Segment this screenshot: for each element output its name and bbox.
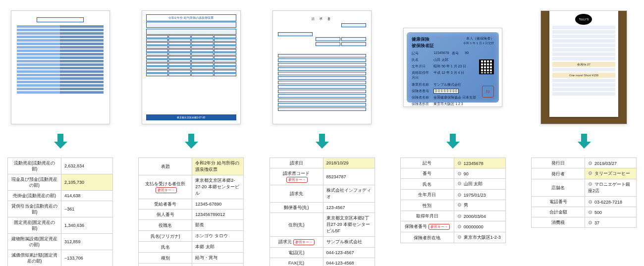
- receipt-output-table: 発行日⚙2019/03/27発行者⚙タリーズコーヒー店舗名⚙マロニエゲート銀座2…: [531, 158, 637, 228]
- row-value: ⚙500: [585, 207, 637, 217]
- table-row: 種別給与・賞与: [139, 253, 244, 264]
- card-name-label: 氏名: [412, 57, 430, 62]
- row-label: 住所(先): [269, 213, 323, 237]
- receipt-banner-2: One more! Short ¥150: [552, 73, 615, 78]
- row-value: ⚙90: [454, 168, 505, 179]
- table-row: 請求先株式会社インフォディオ: [269, 185, 375, 203]
- table-row: 取得年月日⚙2000/03/04: [400, 211, 505, 221]
- table-row: 個人番号123456789012: [139, 210, 244, 220]
- table-row: 減価償却累計額(固定資産の部)−133,706: [8, 250, 113, 266]
- row-label: 記号: [400, 158, 454, 168]
- row-value: 123-4567: [323, 203, 375, 213]
- arrow-icon: [575, 132, 593, 151]
- row-label: 支払金額: [139, 264, 192, 266]
- gear-icon[interactable]: ⚙: [457, 192, 462, 198]
- row-value: 部長: [192, 220, 244, 231]
- table-row: 発行日⚙2019/03/27: [532, 158, 637, 168]
- balance-sheet-thumbnail: [11, 10, 110, 124]
- table-row: 番号⚙90: [400, 168, 505, 179]
- row-value: 東京都文京区本郷2-27-20 本郷センタービル: [192, 175, 244, 199]
- receipt-thumbnail: TULLY'S 会員№.27 One more! Short ¥150: [540, 10, 627, 124]
- row-label: 建物附属設備(固定資産の部): [8, 234, 61, 250]
- card-dob-label: 生年月日: [412, 64, 430, 69]
- row-value: 2,105,730: [61, 174, 113, 191]
- table-row: 電話(元)044-123-4567: [269, 248, 375, 258]
- invoice-thumb-title: 請 求 書: [278, 15, 366, 22]
- gear-icon[interactable]: ⚙: [457, 181, 462, 186]
- row-value: ⚙マロニエゲート銀座2店: [585, 179, 637, 197]
- gensen-thumbnail: 令和2 年分 給与所得の源泉徴収票: [142, 10, 241, 124]
- card-biz-label: 事業所名称: [412, 82, 430, 87]
- row-label: 番号: [400, 168, 454, 179]
- gear-icon[interactable]: ⚙: [457, 213, 462, 219]
- card-insno-value: 0 0 0 0 0 0 0 0: [433, 89, 459, 94]
- balance-sheet-output-table: 流動資産(流動資産の部)2,632,834現金及び預金(流動資産の部)2,105…: [7, 158, 113, 266]
- insurance-output-table: 記号⚙12345678番号⚙90氏名⚙山田 太郎生年月日⚙1975/01/23性…: [400, 158, 506, 243]
- col-gensen: 令和2 年分 給与所得の源泉徴収票: [138, 10, 244, 266]
- table-row: 表題令和2年分 給与所得の源泉徴収票: [139, 158, 244, 175]
- table-row: 性別⚙男: [400, 200, 505, 211]
- row-value: ⚙2000/03/04: [454, 211, 505, 221]
- row-value: 1,340,636: [61, 217, 113, 234]
- table-row: 店舗名⚙マロニエゲート銀座2店: [532, 179, 637, 197]
- table-row: 生年月日⚙1975/01/23: [400, 190, 505, 200]
- col-invoice: 請 求 書 請求日2018/10/29請求書コード参照キー→8523478: [269, 10, 375, 266]
- row-label: 発行日: [532, 158, 585, 168]
- examples-row: 流動資産(流動資産の部)2,632,834現金及び預金(流動資産の部)2,105…: [7, 10, 637, 266]
- row-label: 請求元参照キー→: [269, 237, 323, 248]
- seal-stamp-icon: 印: [482, 86, 494, 98]
- row-value: ⚙山田 太郎: [454, 179, 505, 190]
- card-insname-value: 全国健康保険協会 日本支部: [433, 95, 476, 100]
- table-row: 現金及び預金(流動資産の部)2,105,730: [8, 174, 113, 191]
- row-value: ⚙男: [454, 200, 505, 211]
- gear-icon[interactable]: ⚙: [588, 181, 592, 187]
- row-label: FAX(元): [269, 258, 323, 266]
- card-insaddr-value: 東京市大阪区 1 2 3: [433, 102, 463, 107]
- gear-icon[interactable]: ⚙: [588, 170, 592, 176]
- gear-icon[interactable]: ⚙: [457, 171, 462, 176]
- gear-icon[interactable]: ⚙: [457, 234, 462, 240]
- row-label: 受給者番号: [139, 199, 192, 210]
- row-label: 種別: [139, 253, 192, 264]
- row-label: 請求書コード参照キー→: [269, 168, 323, 185]
- card-acq-value: 平成 12 年 3 月 4 日: [433, 70, 464, 80]
- reference-key-pill: 参照キー→: [429, 224, 450, 230]
- table-row: 郵便番号(先)123-4567: [269, 203, 375, 213]
- gear-icon[interactable]: ⚙: [588, 160, 592, 166]
- row-value: ⚙東京市大阪区1-2-3: [454, 232, 505, 243]
- qr-code-icon: [479, 59, 494, 74]
- invoice-output-table: 請求日2018/10/29請求書コード参照キー→85234787請求先株式会社イ…: [269, 158, 375, 266]
- row-value: ⚙03-6228-7218: [585, 197, 637, 207]
- row-label: 貸倒引当金(流動資産の部): [8, 201, 61, 217]
- gear-icon[interactable]: ⚙: [588, 220, 592, 225]
- row-label: 取得年月日: [400, 211, 454, 221]
- gensen-output-table: 表題令和2年分 給与所得の源泉徴収票支払を受ける者住所参照キー→東京都文京区本郷…: [138, 158, 244, 266]
- gear-icon[interactable]: ⚙: [457, 202, 462, 208]
- card-kigou-value: 12345678: [433, 51, 449, 56]
- card-name-value: 山田 太郎: [433, 57, 448, 62]
- card-issue-date: 令和 1 年 1 月 1 日交付: [463, 41, 494, 46]
- table-row: 記号⚙12345678: [400, 158, 505, 168]
- gear-icon[interactable]: ⚙: [457, 224, 462, 229]
- row-label: 氏名: [139, 242, 192, 253]
- gear-icon[interactable]: ⚙: [588, 210, 592, 215]
- gear-icon[interactable]: ⚙: [588, 199, 592, 205]
- row-value: ⚙1975/01/23: [454, 190, 505, 200]
- card-bangou-label: 番号: [452, 51, 462, 56]
- table-row: 役職名部長: [139, 220, 244, 231]
- row-label: 売掛金(流動資産の部): [8, 191, 61, 201]
- arrow-icon: [443, 132, 462, 151]
- row-label: 請求日: [269, 158, 323, 168]
- row-label: 消費税: [532, 217, 585, 228]
- table-row: 支払金額10874600: [139, 264, 244, 266]
- table-row: 保険者番号参照キー→⚙00000000: [400, 221, 505, 232]
- row-value: サンプル株式会社: [323, 237, 375, 248]
- row-value: 2,632,834: [61, 158, 113, 174]
- gear-icon[interactable]: ⚙: [457, 160, 462, 166]
- table-row: 氏名本郷 太郎: [139, 242, 244, 253]
- table-row: 請求書コード参照キー→85234787: [269, 168, 375, 185]
- row-label: 流動資産(流動資産の部): [8, 158, 61, 174]
- receipt-banner-1: 会員№.27: [552, 62, 615, 67]
- row-value: 株式会社インフォディオ: [323, 185, 375, 203]
- row-label: 電話番号: [532, 197, 585, 207]
